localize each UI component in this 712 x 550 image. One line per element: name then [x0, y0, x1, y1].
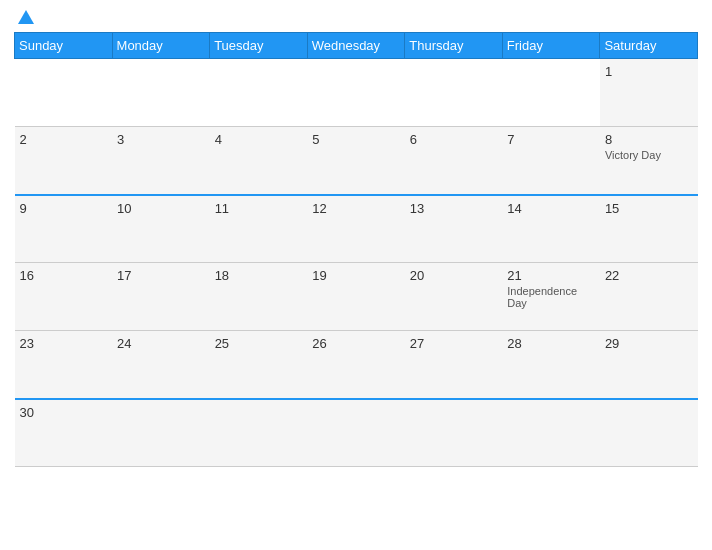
calendar-cell: 13 [405, 195, 503, 263]
calendar-cell: 30 [15, 399, 113, 467]
weekday-header-friday: Friday [502, 33, 600, 59]
calendar-cell [502, 399, 600, 467]
calendar-cell [502, 59, 600, 127]
day-number: 7 [507, 132, 595, 147]
day-number: 14 [507, 201, 595, 216]
day-number: 27 [410, 336, 498, 351]
calendar-cell: 21Independence Day [502, 263, 600, 331]
week-row-1: 2345678Victory Day [15, 127, 698, 195]
calendar-cell [307, 59, 405, 127]
holiday-label: Victory Day [605, 149, 693, 161]
calendar-cell: 7 [502, 127, 600, 195]
weekday-header-monday: Monday [112, 33, 210, 59]
calendar-cell: 20 [405, 263, 503, 331]
week-row-2: 9101112131415 [15, 195, 698, 263]
weekday-header-wednesday: Wednesday [307, 33, 405, 59]
calendar-cell: 26 [307, 331, 405, 399]
day-number: 16 [20, 268, 108, 283]
day-number: 26 [312, 336, 400, 351]
day-number: 10 [117, 201, 205, 216]
calendar-cell: 18 [210, 263, 308, 331]
calendar-cell [405, 399, 503, 467]
week-row-0: 1 [15, 59, 698, 127]
calendar-cell: 23 [15, 331, 113, 399]
holiday-label: Independence Day [507, 285, 595, 309]
calendar-cell: 3 [112, 127, 210, 195]
day-number: 1 [605, 64, 693, 79]
calendar-cell [307, 399, 405, 467]
day-number: 22 [605, 268, 693, 283]
calendar-cell: 27 [405, 331, 503, 399]
calendar-cell: 12 [307, 195, 405, 263]
day-number: 11 [215, 201, 303, 216]
day-number: 15 [605, 201, 693, 216]
calendar-cell: 11 [210, 195, 308, 263]
day-number: 2 [20, 132, 108, 147]
day-number: 19 [312, 268, 400, 283]
calendar-cell: 28 [502, 331, 600, 399]
day-number: 13 [410, 201, 498, 216]
calendar-cell: 24 [112, 331, 210, 399]
calendar-cell [210, 59, 308, 127]
calendar-cell [210, 399, 308, 467]
calendar-cell: 6 [405, 127, 503, 195]
calendar-cell: 17 [112, 263, 210, 331]
calendar-cell: 15 [600, 195, 698, 263]
day-number: 6 [410, 132, 498, 147]
week-row-4: 23242526272829 [15, 331, 698, 399]
weekday-header-sunday: Sunday [15, 33, 113, 59]
logo-triangle-icon [18, 10, 34, 24]
day-number: 12 [312, 201, 400, 216]
day-number: 29 [605, 336, 693, 351]
weekday-header-tuesday: Tuesday [210, 33, 308, 59]
calendar-cell [112, 399, 210, 467]
day-number: 18 [215, 268, 303, 283]
calendar-cell: 29 [600, 331, 698, 399]
calendar-cell: 10 [112, 195, 210, 263]
calendar-cell: 25 [210, 331, 308, 399]
weekday-header-thursday: Thursday [405, 33, 503, 59]
calendar-cell: 22 [600, 263, 698, 331]
weekday-header-row: SundayMondayTuesdayWednesdayThursdayFrid… [15, 33, 698, 59]
calendar-container: SundayMondayTuesdayWednesdayThursdayFrid… [0, 0, 712, 550]
calendar-cell: 19 [307, 263, 405, 331]
calendar-cell [15, 59, 113, 127]
day-number: 5 [312, 132, 400, 147]
day-number: 9 [20, 201, 108, 216]
calendar-cell: 4 [210, 127, 308, 195]
calendar-table: SundayMondayTuesdayWednesdayThursdayFrid… [14, 32, 698, 467]
day-number: 30 [20, 405, 108, 420]
calendar-cell: 9 [15, 195, 113, 263]
day-number: 23 [20, 336, 108, 351]
day-number: 3 [117, 132, 205, 147]
day-number: 17 [117, 268, 205, 283]
day-number: 21 [507, 268, 595, 283]
week-row-5: 30 [15, 399, 698, 467]
day-number: 4 [215, 132, 303, 147]
calendar-cell [600, 399, 698, 467]
header [14, 10, 698, 24]
day-number: 28 [507, 336, 595, 351]
calendar-cell [112, 59, 210, 127]
week-row-3: 161718192021Independence Day22 [15, 263, 698, 331]
calendar-cell: 2 [15, 127, 113, 195]
day-number: 24 [117, 336, 205, 351]
calendar-cell: 14 [502, 195, 600, 263]
day-number: 25 [215, 336, 303, 351]
calendar-cell [405, 59, 503, 127]
day-number: 20 [410, 268, 498, 283]
logo [14, 10, 34, 24]
weekday-header-saturday: Saturday [600, 33, 698, 59]
calendar-cell: 1 [600, 59, 698, 127]
calendar-cell: 8Victory Day [600, 127, 698, 195]
calendar-cell: 16 [15, 263, 113, 331]
day-number: 8 [605, 132, 693, 147]
calendar-cell: 5 [307, 127, 405, 195]
